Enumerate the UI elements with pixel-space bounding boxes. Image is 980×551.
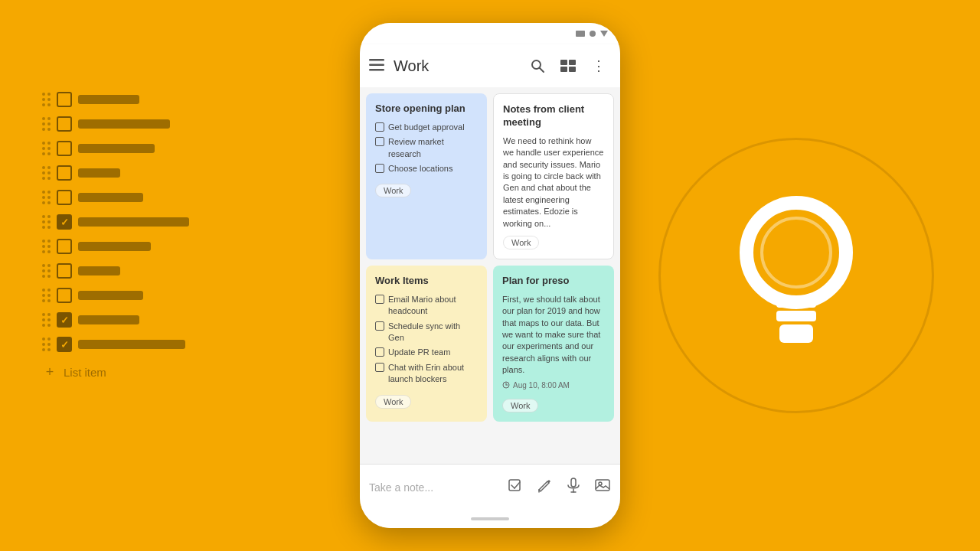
item-text: Review market research	[388, 136, 478, 160]
item-bar	[78, 340, 185, 349]
item-checkbox[interactable]	[375, 321, 384, 331]
checkbox[interactable]	[57, 190, 72, 205]
home-bar	[360, 510, 620, 528]
bottom-action-icons	[507, 477, 611, 497]
drag-handle[interactable]	[42, 93, 51, 106]
list-item	[42, 116, 189, 132]
item-bar	[78, 119, 170, 129]
item-bar	[78, 144, 155, 153]
note-tag[interactable]: Work	[375, 184, 411, 197]
mic-icon[interactable]	[565, 477, 582, 497]
item-bar	[78, 291, 143, 300]
svg-rect-3	[776, 311, 816, 321]
options-button[interactable]: ⋮	[586, 54, 611, 78]
timestamp-text: Aug 10, 8:00 AM	[513, 381, 570, 390]
svg-rect-21	[571, 478, 576, 487]
checkbox-checked[interactable]	[57, 312, 72, 328]
note-timestamp: Aug 10, 8:00 AM	[502, 381, 605, 390]
lightbulb-icon	[720, 184, 873, 367]
checkbox[interactable]	[57, 92, 72, 107]
checkbox-checked[interactable]	[57, 337, 72, 352]
note-title: Work Items	[375, 275, 478, 288]
svg-line-9	[540, 68, 544, 73]
item-text: Get budget approval	[388, 122, 465, 133]
svg-line-18	[511, 485, 514, 488]
lightbulb-decoration	[658, 138, 934, 413]
note-plan-preso[interactable]: Plan for preso First, we should talk abo…	[493, 266, 614, 422]
item-checkbox[interactable]	[375, 347, 384, 357]
list-item	[42, 92, 189, 107]
item-bar	[78, 193, 143, 202]
item-bar	[78, 266, 120, 276]
checkbox-checked[interactable]	[57, 214, 72, 230]
header-title: Work	[394, 57, 525, 75]
drag-handle[interactable]	[42, 166, 51, 180]
menu-icon[interactable]	[369, 57, 384, 75]
layout-button[interactable]	[556, 54, 580, 78]
svg-line-19	[514, 482, 520, 488]
note-checklist-item: Choose locations	[375, 163, 478, 174]
item-checkbox[interactable]	[375, 122, 384, 132]
note-checklist-item: Email Mario about headcount	[375, 294, 478, 318]
drag-handle[interactable]	[42, 191, 51, 204]
drag-handle[interactable]	[42, 142, 51, 155]
item-checkbox[interactable]	[375, 295, 384, 304]
drag-handle[interactable]	[42, 240, 51, 253]
drag-handle[interactable]	[42, 215, 51, 229]
note-title: Store opening plan	[375, 103, 478, 116]
clock-icon	[502, 381, 510, 389]
note-tag[interactable]: Work	[503, 236, 539, 249]
add-item-row[interactable]: + List item	[42, 364, 189, 380]
item-text: Chat with Erin about launch blockers	[388, 362, 478, 386]
note-work-items[interactable]: Work Items Email Mario about headcount S…	[366, 266, 487, 422]
note-checklist-item: Get budget approval	[375, 122, 478, 133]
checklist-icon[interactable]	[507, 477, 524, 497]
app-header: ⋮ Work ⋮	[360, 44, 620, 87]
item-text: Update PR team	[388, 347, 450, 358]
add-icon[interactable]: +	[42, 364, 57, 380]
checkbox[interactable]	[57, 165, 72, 181]
note-tag[interactable]: Work	[502, 399, 538, 412]
add-item-label: List item	[64, 366, 106, 379]
svg-rect-17	[509, 480, 520, 491]
note-checklist-item: Review market research	[375, 136, 478, 160]
list-item	[42, 337, 189, 352]
list-item	[42, 214, 189, 230]
item-checkbox[interactable]	[375, 137, 384, 146]
checkbox[interactable]	[57, 141, 72, 156]
note-checklist-item: Chat with Erin about launch blockers	[375, 362, 478, 386]
checkbox[interactable]	[57, 263, 72, 279]
item-text: Choose locations	[388, 163, 452, 174]
phone-mockup: ⋮ Work ⋮ Store opening plan Get budget a…	[360, 23, 620, 528]
checkbox[interactable]	[57, 116, 72, 132]
checkbox[interactable]	[57, 288, 72, 303]
item-checkbox[interactable]	[375, 164, 384, 173]
svg-rect-5	[369, 59, 384, 61]
note-tag[interactable]: Work	[375, 395, 411, 409]
item-bar	[78, 217, 189, 227]
drag-handle[interactable]	[42, 117, 51, 131]
draw-icon[interactable]	[536, 477, 553, 497]
bulb-circle	[658, 138, 934, 413]
search-button[interactable]	[525, 54, 550, 78]
list-item	[42, 141, 189, 156]
bottom-bar: Take a note...	[360, 464, 620, 510]
item-bar	[78, 315, 139, 324]
note-store-opening[interactable]: Store opening plan Get budget approval R…	[366, 93, 487, 259]
signal-icon	[590, 31, 596, 37]
drag-handle[interactable]	[42, 289, 51, 302]
drag-handle[interactable]	[42, 264, 51, 278]
note-client-meeting[interactable]: Notes from client meeting We need to ret…	[493, 93, 614, 259]
drag-handle[interactable]	[42, 337, 51, 351]
checkbox[interactable]	[57, 239, 72, 254]
item-text: Email Mario about headcount	[388, 294, 478, 318]
image-icon[interactable]	[594, 477, 611, 497]
drag-handle[interactable]	[42, 313, 51, 327]
item-checkbox[interactable]	[375, 363, 384, 372]
svg-rect-4	[779, 324, 813, 343]
note-title: Plan for preso	[502, 275, 605, 288]
note-title: Notes from client meeting	[503, 103, 604, 129]
svg-rect-24	[596, 480, 609, 491]
take-note-input[interactable]: Take a note...	[369, 481, 507, 494]
note-body: First, we should talk about our plan for…	[502, 294, 605, 377]
